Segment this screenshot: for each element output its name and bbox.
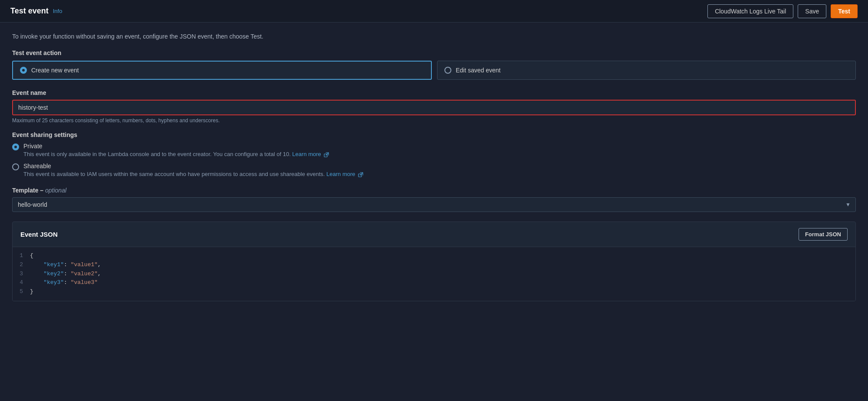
private-learn-more-link[interactable]: Learn more: [292, 151, 329, 157]
event-name-group: Event name Maximum of 25 characters cons…: [12, 89, 856, 124]
header-left: Test event Info: [10, 7, 62, 16]
private-option[interactable]: Private This event is only available in …: [12, 143, 856, 157]
template-optional-label: optional: [45, 187, 66, 194]
private-content: Private This event is only available in …: [23, 143, 329, 157]
create-new-event-option[interactable]: Create new event: [12, 61, 432, 80]
shareable-learn-more-link[interactable]: Learn more: [326, 171, 363, 177]
sharing-label: Event sharing settings: [12, 131, 856, 138]
line-content-4: "key3": "value3": [30, 278, 98, 287]
event-name-input[interactable]: [12, 100, 856, 115]
json-key-1: "key1": [43, 261, 64, 268]
template-section: Template – optional hello-world apigatew…: [12, 187, 856, 212]
line-number-5: 5: [13, 287, 30, 297]
cloudwatch-button[interactable]: CloudWatch Logs Live Tail: [707, 4, 793, 18]
code-line-3: 3 "key2": "value2",: [13, 270, 855, 279]
edit-saved-event-option[interactable]: Edit saved event: [437, 61, 856, 80]
json-value-2: "value2": [71, 271, 98, 277]
test-event-action-group: Test event action Create new event Edit …: [12, 49, 856, 80]
line-number-1: 1: [13, 251, 30, 261]
line-content-2: "key1": "value1",: [30, 261, 101, 270]
private-radio[interactable]: [12, 143, 19, 150]
header: Test event Info CloudWatch Logs Live Tai…: [0, 0, 868, 23]
header-actions: CloudWatch Logs Live Tail Save Test: [707, 4, 858, 18]
line-number-2: 2: [13, 261, 30, 270]
create-new-event-radio[interactable]: [20, 67, 27, 74]
edit-saved-event-label: Edit saved event: [456, 67, 501, 74]
shareable-content: Shareable This event is available to IAM…: [23, 163, 363, 177]
event-name-label: Event name: [12, 89, 856, 96]
external-link-icon: [324, 152, 329, 157]
code-editor[interactable]: 1 { 2 "key1": "value1", 3 "key2": "value…: [13, 247, 855, 301]
open-brace: {: [30, 252, 33, 259]
shareable-radio[interactable]: [12, 163, 19, 170]
code-line-1: 1 {: [13, 251, 855, 261]
radio-options: Create new event Edit saved event: [12, 61, 856, 80]
shareable-label: Shareable: [23, 163, 363, 170]
private-desc: This event is only available in the Lamb…: [23, 151, 329, 157]
page-title: Test event: [10, 7, 49, 16]
line-content-3: "key2": "value2",: [30, 270, 101, 279]
edit-saved-event-radio[interactable]: [444, 67, 451, 74]
create-new-event-label: Create new event: [31, 67, 79, 74]
shareable-desc: This event is available to IAM users wit…: [23, 171, 363, 177]
json-value-3: "value3": [71, 279, 98, 286]
private-label: Private: [23, 143, 329, 150]
close-brace: }: [30, 288, 33, 295]
description-text: To invoke your function without saving a…: [12, 33, 856, 40]
code-line-2: 2 "key1": "value1",: [13, 261, 855, 270]
json-key-3: "key3": [43, 279, 64, 286]
template-label: Template – optional: [12, 187, 856, 194]
json-section: Event JSON Format JSON 1 { 2 "key1": "va…: [12, 222, 856, 301]
json-key-2: "key2": [43, 271, 64, 277]
shareable-option[interactable]: Shareable This event is available to IAM…: [12, 163, 856, 177]
save-button[interactable]: Save: [798, 4, 826, 18]
line-content-1: {: [30, 251, 33, 261]
template-select[interactable]: hello-world apigateway-aws-proxy cloudwa…: [12, 197, 856, 212]
info-link[interactable]: Info: [53, 8, 62, 14]
test-button[interactable]: Test: [831, 4, 858, 18]
shareable-external-link-icon: [358, 172, 363, 177]
main-content: To invoke your function without saving a…: [0, 23, 868, 312]
line-number-4: 4: [13, 278, 30, 287]
format-json-button[interactable]: Format JSON: [799, 228, 848, 241]
line-number-3: 3: [13, 270, 30, 279]
line-content-5: }: [30, 287, 33, 297]
json-value-1: "value1": [71, 261, 98, 268]
code-line-4: 4 "key3": "value3": [13, 278, 855, 287]
code-line-5: 5 }: [13, 287, 855, 297]
test-event-action-label: Test event action: [12, 49, 856, 56]
json-header: Event JSON Format JSON: [13, 222, 855, 247]
sharing-section: Event sharing settings Private This even…: [12, 131, 856, 177]
template-select-wrapper: hello-world apigateway-aws-proxy cloudwa…: [12, 197, 856, 212]
json-title: Event JSON: [20, 231, 58, 238]
event-name-hint: Maximum of 25 characters consisting of l…: [12, 117, 856, 124]
